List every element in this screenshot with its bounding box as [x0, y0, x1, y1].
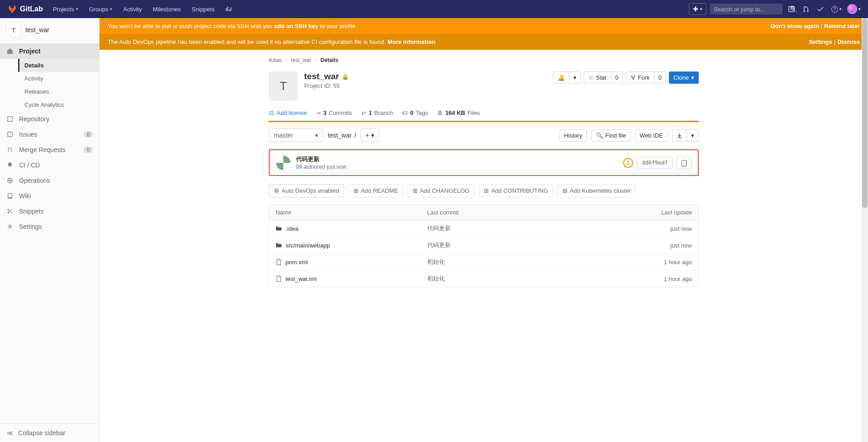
web-ide-button[interactable]: Web IDE [635, 129, 668, 142]
ssh-remind-later[interactable]: Remind later [824, 23, 860, 29]
branch-select[interactable]: master▾ [269, 128, 323, 142]
svg-point-8 [9, 226, 11, 228]
sidebar-item-operations[interactable]: Operations [0, 173, 99, 188]
user-menu[interactable]: ▾ [847, 4, 861, 14]
repo-toolbar: master▾ test_war / +▾ History 🔍Find file… [269, 128, 699, 142]
file-last-commit[interactable]: 初始化 [427, 275, 604, 283]
breadcrumb-owner[interactable]: liutao [269, 57, 282, 63]
file-last-commit[interactable]: 初始化 [427, 258, 604, 266]
sidebar-item-settings[interactable]: Settings [0, 219, 99, 234]
sidebar-item-issues[interactable]: Issues0 [0, 127, 99, 142]
sidebar-item-wiki[interactable]: Wiki [0, 188, 99, 204]
add-license[interactable]: ⚖Add license [269, 109, 307, 116]
sidebar-item-activity[interactable]: Activity [18, 72, 99, 85]
gear-icon: ⚙ [274, 187, 279, 194]
chevron-down-icon: ▾ [315, 132, 318, 139]
chevron-down-icon: ▾ [700, 7, 702, 11]
help-icon[interactable]: ?▾ [830, 4, 844, 14]
svg-point-2 [807, 11, 809, 12]
add-to-tree[interactable]: +▾ [361, 128, 379, 142]
breadcrumb-project[interactable]: test_war [291, 57, 311, 63]
scrollbar[interactable] [862, 18, 868, 305]
add-changelog[interactable]: ⊞Add CHANGELOG [408, 184, 475, 197]
add-contributing[interactable]: ⊞Add CONTRIBUTING [479, 184, 553, 197]
copy-sha-button[interactable]: 📋 [677, 157, 692, 169]
nav-activity[interactable]: Activity [119, 3, 146, 15]
stat-commits[interactable]: ⊸3 Commits [316, 109, 352, 116]
download-button[interactable] [672, 129, 687, 142]
add-ssh-key-link[interactable]: add an SSH key [274, 23, 319, 29]
history-button[interactable]: History [559, 129, 587, 142]
sidebar-item-snippets[interactable]: Snippets [0, 204, 99, 219]
plus-square-icon: ⊞ [563, 187, 568, 194]
quick-actions: ⚙Auto DevOps enabled ⊞Add README ⊞Add CH… [269, 184, 699, 197]
repo-path-root[interactable]: test_war [328, 132, 352, 139]
chevron-down-icon: ▾ [691, 132, 694, 139]
sidebar-item-project[interactable]: Project [0, 43, 99, 59]
issues-icon [6, 131, 14, 138]
ssh-dont-show[interactable]: Don't show again [771, 23, 819, 29]
chevron-down-icon: ▾ [371, 132, 374, 139]
nav-groups[interactable]: Groups▾ [85, 3, 117, 15]
devops-settings[interactable]: Settings [809, 38, 832, 45]
issues-icon[interactable] [786, 4, 797, 14]
stat-files[interactable]: 🗎164 KB Files [437, 109, 480, 116]
scrollbar-thumb[interactable] [862, 18, 868, 208]
sidebar-project-name: test_war [25, 26, 49, 33]
sidebar-item-merge-requests[interactable]: Merge Requests0 [0, 142, 99, 157]
nav-projects[interactable]: Projects▾ [48, 3, 83, 15]
devops-more-info[interactable]: More information [387, 38, 435, 45]
nav-snippets[interactable]: Snippets [187, 3, 219, 15]
merge-requests-icon[interactable] [801, 4, 811, 14]
file-name[interactable]: test_war.iml [276, 276, 427, 282]
nav-chart-icon[interactable] [221, 3, 236, 15]
file-tree-table: Name Last commit Last update .idea代码更新ju… [269, 204, 699, 287]
clone-button[interactable]: Clone▾ [669, 71, 699, 84]
file-name[interactable]: .idea [276, 225, 427, 232]
sidebar-item-details[interactable]: Details [18, 59, 99, 72]
stat-branches[interactable]: 1 Branch [361, 109, 393, 116]
star-icon: ☆ [588, 74, 594, 81]
add-readme[interactable]: ⊞Add README [348, 184, 403, 197]
search-box[interactable]: 🔍 [710, 4, 782, 14]
nav-milestones[interactable]: Milestones [148, 3, 185, 15]
download-dropdown[interactable]: ▾ [687, 129, 699, 142]
devops-dismiss[interactable]: Dismiss [837, 38, 860, 45]
logo[interactable]: GitLab [7, 4, 43, 14]
search-icon: 🔍 [596, 132, 603, 139]
folder-icon [276, 242, 282, 248]
stat-tags[interactable]: 🏷0 Tags [402, 109, 428, 116]
file-name[interactable]: pom.xml [276, 259, 427, 266]
file-last-commit[interactable]: 代码更新 [427, 241, 604, 249]
sidebar-item-cycle[interactable]: Cycle Analytics [18, 98, 99, 111]
notification-dropdown[interactable]: ▾ [569, 71, 581, 84]
todos-icon[interactable] [815, 4, 826, 14]
folder-icon [276, 225, 282, 232]
notification-button[interactable]: 🔔 [553, 71, 569, 84]
commit-sha[interactable]: dd6f9edf [637, 157, 673, 169]
add-kubernetes[interactable]: ⊞Add Kubernetes cluster [558, 184, 636, 197]
find-file-button[interactable]: 🔍Find file [591, 129, 631, 142]
sidebar-item-cicd[interactable]: CI / CD [0, 157, 99, 173]
new-menu[interactable]: ✚▾ [689, 3, 706, 15]
star-button[interactable]: ☆Star [584, 71, 611, 84]
chevron-down-icon: ▾ [839, 7, 842, 11]
col-commit: Last commit [427, 209, 604, 216]
fork-button[interactable]: Fork [626, 71, 654, 84]
sidebar-item-repository[interactable]: Repository [0, 111, 99, 127]
sidebar-item-releases[interactable]: Releases [18, 85, 99, 98]
svg-point-10 [634, 76, 635, 76]
svg-point-11 [633, 79, 634, 80]
auto-devops-badge[interactable]: ⚙Auto DevOps enabled [269, 184, 344, 197]
pipeline-status-running[interactable]: || [623, 158, 633, 168]
file-last-commit[interactable]: 代码更新 [427, 224, 604, 233]
search-input[interactable] [714, 6, 790, 13]
main-content: You won't be able to pull or push projec… [100, 18, 868, 305]
files-icon: 🗎 [437, 109, 443, 116]
download-icon [677, 133, 682, 138]
star-count: 0 [611, 71, 623, 84]
sidebar-project-header[interactable]: T test_war [0, 18, 99, 42]
file-name[interactable]: src/main/webapp [276, 242, 427, 249]
commit-title[interactable]: 代码更新 [296, 155, 346, 163]
project-title: test_war [304, 71, 339, 81]
